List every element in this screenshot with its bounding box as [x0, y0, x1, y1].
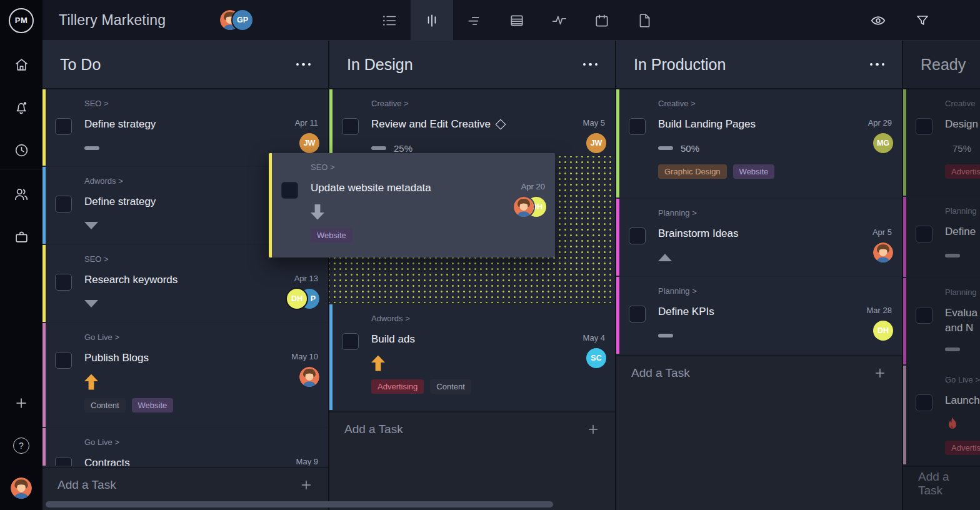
dragged-task-card[interactable]: SEO > Update website metadata Website Ap… — [269, 153, 555, 258]
task-card[interactable]: Planning > Define KPIs Mar 28 DH — [616, 277, 902, 354]
tab-files-view[interactable] — [623, 0, 666, 41]
task-tags: Advertising Content — [371, 379, 605, 394]
plus-icon — [14, 396, 29, 411]
task-checkbox[interactable] — [916, 118, 932, 135]
task-checkbox[interactable] — [629, 118, 646, 135]
task-breadcrumb[interactable]: Adwords > — [371, 314, 605, 323]
task-title: Define strategy — [84, 194, 156, 209]
priority-low-icon — [84, 300, 98, 308]
task-card[interactable]: Go Live > Launch Advertis — [903, 366, 980, 464]
task-due-date: Apr 5 — [872, 228, 892, 237]
task-title: Brainstorm Ideas — [658, 226, 739, 241]
priority-high-icon — [84, 374, 98, 390]
task-breadcrumb[interactable]: Creative — [945, 99, 970, 108]
column-title: In Design — [347, 56, 413, 74]
task-breadcrumb[interactable]: Planning > — [658, 286, 892, 296]
task-card[interactable]: Creative Design 75% Advertis — [903, 89, 980, 196]
tab-calendar-view[interactable] — [581, 0, 623, 41]
sidebar-item-portfolio[interactable] — [0, 224, 42, 249]
column-menu-button[interactable] — [870, 63, 885, 66]
add-task-button[interactable]: Add a Task — [42, 467, 328, 501]
progress-percent: 25% — [394, 143, 412, 154]
column-title: Ready — [921, 56, 966, 74]
tab-board-view[interactable] — [411, 0, 453, 41]
sidebar-item-notifications[interactable] — [0, 95, 42, 120]
avatar-photo — [299, 367, 319, 387]
tag: Content — [430, 379, 471, 394]
task-checkbox[interactable] — [281, 182, 298, 199]
tab-activity-view[interactable] — [538, 0, 581, 41]
task-breadcrumb[interactable]: SEO > — [84, 99, 318, 108]
task-checkbox[interactable] — [629, 228, 646, 244]
task-breadcrumb[interactable]: Planning — [945, 206, 970, 216]
sidebar-item-team[interactable] — [0, 182, 42, 207]
member-avatar: GP — [232, 10, 252, 30]
avatar: MG — [873, 133, 893, 153]
task-card[interactable]: Planning > Brainstorm Ideas Apr 5 — [616, 199, 902, 276]
progress-dash-icon — [658, 146, 673, 150]
column-todo: To Do SEO > Define strategy Apr 11 JW Ad… — [42, 41, 329, 510]
task-breadcrumb[interactable]: Go Live > — [945, 375, 970, 384]
add-task-label: Add a Task — [344, 422, 403, 436]
task-checkbox[interactable] — [916, 307, 932, 324]
add-task-button[interactable]: Add a Task — [616, 355, 902, 389]
plus-icon — [873, 366, 887, 380]
task-title: Launch — [945, 393, 980, 408]
project-members[interactable]: GP — [220, 10, 252, 30]
column-menu-button[interactable] — [296, 63, 311, 66]
tab-sheet-view[interactable] — [496, 0, 538, 41]
task-title: Build Landing Pages — [658, 117, 756, 132]
task-breadcrumb[interactable]: Planning — [945, 288, 970, 297]
add-task-button[interactable]: Add a Task — [903, 466, 980, 500]
task-breadcrumb[interactable]: Go Live > — [84, 332, 318, 342]
task-title: Build ads — [371, 332, 415, 347]
task-title: Define — [945, 224, 976, 239]
app-window: PM Tillery Marketing GP — [0, 0, 980, 510]
tab-gantt-view[interactable] — [453, 0, 496, 41]
task-checkbox[interactable] — [55, 457, 72, 466]
task-checkbox[interactable] — [342, 118, 359, 135]
task-card[interactable]: Planning Define — [903, 197, 980, 277]
task-title: Define KPIs — [658, 304, 714, 319]
task-breadcrumb[interactable]: Planning > — [658, 208, 892, 218]
app-logo[interactable]: PM — [0, 0, 42, 41]
sidebar-item-add[interactable] — [0, 391, 42, 416]
filter-button[interactable] — [915, 13, 930, 28]
task-checkbox[interactable] — [55, 118, 72, 135]
task-tags: Content Website — [84, 398, 318, 412]
task-checkbox[interactable] — [55, 274, 72, 291]
task-title: Contracts — [84, 456, 130, 466]
task-card[interactable]: Creative > Build Landing Pages 50% Graph… — [616, 89, 902, 198]
top-bar: PM Tillery Marketing GP — [0, 0, 980, 41]
task-breadcrumb[interactable]: Creative > — [658, 99, 892, 108]
progress-dash-icon — [945, 348, 960, 351]
task-checkbox[interactable] — [916, 226, 932, 242]
task-title: Review and Edit Creative — [371, 117, 491, 132]
sidebar-item-home[interactable] — [0, 52, 42, 77]
add-task-button[interactable]: Add a Task — [329, 411, 615, 446]
task-checkbox[interactable] — [55, 196, 72, 212]
eye-icon — [870, 12, 886, 29]
task-card[interactable]: Creative > Review and Edit Creative 25% … — [329, 89, 615, 155]
task-card[interactable]: Planning Evalua and N — [903, 278, 980, 364]
task-card[interactable]: Go Live > Publish Blogs Content Website … — [42, 323, 328, 427]
visibility-button[interactable] — [870, 12, 886, 29]
task-checkbox[interactable] — [342, 333, 359, 350]
task-breadcrumb[interactable]: SEO > — [311, 162, 545, 172]
sidebar-item-time[interactable] — [0, 138, 42, 162]
sidebar-item-help[interactable]: ? — [0, 433, 42, 458]
sidebar-item-profile[interactable] — [0, 476, 42, 501]
task-checkbox[interactable] — [55, 352, 72, 369]
filter-funnel-icon — [915, 13, 930, 28]
task-breadcrumb[interactable]: Go Live > — [84, 438, 318, 447]
task-breadcrumb[interactable]: Creative > — [371, 99, 605, 108]
horizontal-scrollbar-thumb[interactable] — [46, 501, 553, 508]
tab-list-view[interactable] — [368, 0, 411, 41]
column-menu-button[interactable] — [583, 63, 598, 66]
task-card[interactable]: Go Live > Contracts May 9 — [42, 428, 328, 466]
project-title: Tillery Marketing — [59, 0, 166, 41]
task-card[interactable]: Adwords > Build ads Advertising Content … — [329, 304, 615, 410]
priority-urgent-flame-icon — [945, 416, 960, 432]
task-checkbox[interactable] — [629, 306, 646, 322]
task-checkbox[interactable] — [916, 394, 932, 411]
